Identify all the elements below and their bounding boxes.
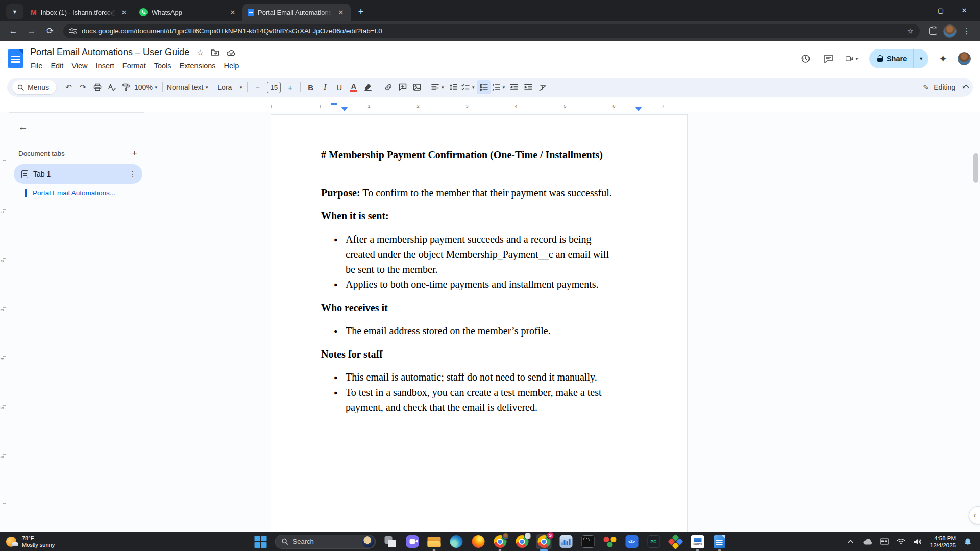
notification-bell-icon[interactable]	[963, 538, 973, 546]
align-button[interactable]: ▼	[430, 80, 446, 94]
bullet-item[interactable]: After a membership payment succeeds and …	[321, 232, 613, 278]
decrease-indent-button[interactable]	[507, 80, 521, 94]
insert-link-button[interactable]	[381, 80, 395, 94]
horizontal-ruler[interactable]: 1 2 3 4 5 6 7	[0, 101, 980, 112]
menu-format[interactable]: Format	[118, 61, 150, 71]
search-highlight-image[interactable]	[362, 536, 374, 547]
taskpro-icon[interactable]: TaskPro	[690, 534, 705, 549]
menu-file[interactable]: File	[30, 61, 46, 71]
browser-profile-avatar[interactable]	[943, 24, 957, 38]
menu-view[interactable]: View	[67, 61, 91, 71]
browser-tab-docs-active[interactable]: Portal Email Automations – User Guide ✕	[242, 4, 351, 21]
wifi-icon[interactable]	[896, 538, 906, 545]
bulleted-list-button[interactable]	[477, 80, 491, 94]
volume-icon[interactable]	[913, 538, 923, 545]
code-app-icon[interactable]: </>	[624, 534, 640, 549]
extensions-icon[interactable]	[925, 23, 941, 39]
menu-insert[interactable]: Insert	[92, 61, 118, 71]
close-button[interactable]: ✕	[952, 0, 976, 21]
tab-search-button[interactable]: ▼	[6, 4, 23, 19]
menus-search-button[interactable]: Menus	[12, 80, 56, 94]
increase-indent-button[interactable]	[522, 80, 535, 94]
touch-keyboard-icon[interactable]	[879, 538, 890, 545]
file-explorer-icon[interactable]	[427, 534, 442, 549]
bullet-item[interactable]: This email is automatic; staff do not ne…	[321, 370, 613, 385]
hide-menus-chevron-icon[interactable]	[963, 82, 970, 91]
chrome-profile-2-icon[interactable]	[514, 534, 530, 549]
document-content[interactable]: # Membership Payment Confirmation (One-T…	[321, 147, 613, 415]
version-history-icon[interactable]	[799, 52, 812, 65]
minimize-button[interactable]: –	[905, 0, 929, 21]
sidebar-back-button[interactable]: ←	[18, 121, 142, 133]
numbered-list-button[interactable]: ▼	[491, 80, 507, 94]
underline-button[interactable]: U	[332, 80, 346, 94]
maximize-button[interactable]: ▢	[929, 0, 952, 21]
font-select[interactable]: Lora▼	[216, 80, 244, 94]
bullet-item[interactable]: To test in a sandbox, you can create a t…	[321, 385, 613, 415]
chrome-profile-1-icon[interactable]	[493, 534, 508, 549]
checklist-button[interactable]: ▼	[460, 80, 476, 94]
scrollbar-thumb[interactable]	[973, 153, 978, 183]
print-button[interactable]	[90, 80, 104, 94]
account-avatar[interactable]	[958, 52, 971, 65]
doc-paragraph[interactable]: Purpose: To confirm to the member that t…	[321, 186, 613, 201]
bold-button[interactable]: B	[304, 80, 317, 94]
doc-title[interactable]: Portal Email Automations – User Guide	[30, 47, 189, 58]
weather-widget[interactable]: 78°F Mostly sunny	[0, 535, 55, 548]
pycharm-icon[interactable]: PC	[646, 534, 662, 549]
sidebar-item-tab1[interactable]: Tab 1 ⋮	[14, 164, 142, 184]
browser-tab-whatsapp[interactable]: WhatsApp ✕	[134, 4, 242, 21]
tab-close-icon[interactable]: ✕	[119, 8, 129, 17]
browser-tab-gmail[interactable]: M Inbox (1) - ishann.tforce@gmail ✕	[26, 4, 134, 21]
chrome-active-icon[interactable]: S	[536, 534, 552, 549]
right-indent-marker[interactable]	[635, 107, 642, 111]
forward-button[interactable]: →	[23, 23, 40, 39]
writer-doc-icon[interactable]	[712, 534, 727, 549]
share-dropdown-icon[interactable]: ▼	[913, 49, 928, 68]
paint-format-icon[interactable]	[119, 80, 133, 94]
omnibox[interactable]: docs.google.com/document/d/1jpc3R6Cmpii0…	[63, 24, 920, 38]
bullet-item[interactable]: The email address stored on the member’s…	[321, 323, 613, 339]
tray-chevron-up-icon[interactable]	[846, 539, 856, 544]
terminal-icon[interactable]: C:\_	[580, 534, 596, 549]
task-manager-icon[interactable]	[558, 534, 574, 549]
decrease-font-button[interactable]: −	[251, 80, 264, 94]
spellcheck-button[interactable]	[105, 80, 118, 94]
tab-options-kebab-icon[interactable]: ⋮	[129, 170, 136, 178]
zoom-select[interactable]: 100%▼	[133, 80, 159, 94]
redo-button[interactable]: ↷	[76, 80, 90, 94]
first-line-indent-marker[interactable]	[331, 103, 337, 105]
text-color-button[interactable]: A	[347, 80, 360, 94]
italic-button[interactable]: I	[318, 80, 332, 94]
bullet-item[interactable]: Applies to both one-time payments and in…	[321, 277, 613, 292]
font-size-input[interactable]: 15	[267, 82, 281, 93]
firefox-icon[interactable]	[471, 534, 486, 549]
tab-close-icon[interactable]: ✕	[228, 8, 237, 17]
diagram-app-icon[interactable]	[668, 534, 683, 549]
mode-select[interactable]: ✎ Editing ▼	[923, 83, 966, 91]
increase-font-button[interactable]: +	[283, 80, 297, 94]
onedrive-cloud-icon[interactable]	[863, 538, 873, 545]
clear-formatting-button[interactable]	[536, 80, 550, 94]
gemini-sparkle-icon[interactable]: ✦	[939, 53, 947, 65]
url-text[interactable]: docs.google.com/document/d/1jpc3R6Cmpii0…	[82, 27, 902, 35]
vertical-ruler[interactable]: 1 2 3 4 5 6	[0, 112, 8, 532]
video-call-app-icon[interactable]	[405, 534, 420, 549]
add-comment-button[interactable]	[396, 80, 409, 94]
highlight-color-button[interactable]	[361, 80, 375, 94]
share-button[interactable]: Share ▼	[869, 49, 928, 68]
star-icon[interactable]: ☆	[197, 48, 203, 57]
task-view-icon[interactable]	[383, 534, 398, 549]
edge-icon[interactable]	[449, 534, 464, 549]
menu-extensions[interactable]: Extensions	[176, 61, 220, 71]
tab-close-icon[interactable]: ✕	[336, 8, 346, 17]
site-info-icon[interactable]	[69, 29, 77, 34]
new-tab-button[interactable]: +	[354, 5, 368, 19]
people-app-icon[interactable]	[602, 534, 618, 549]
undo-button[interactable]: ↶	[62, 80, 76, 94]
doc-subheading[interactable]: Notes for staff	[321, 347, 613, 362]
doc-subheading[interactable]: When it is sent:	[321, 209, 613, 224]
doc-subheading[interactable]: Who receives it	[321, 300, 613, 316]
line-spacing-button[interactable]	[446, 80, 460, 94]
reload-button[interactable]: ⟳	[42, 23, 58, 39]
